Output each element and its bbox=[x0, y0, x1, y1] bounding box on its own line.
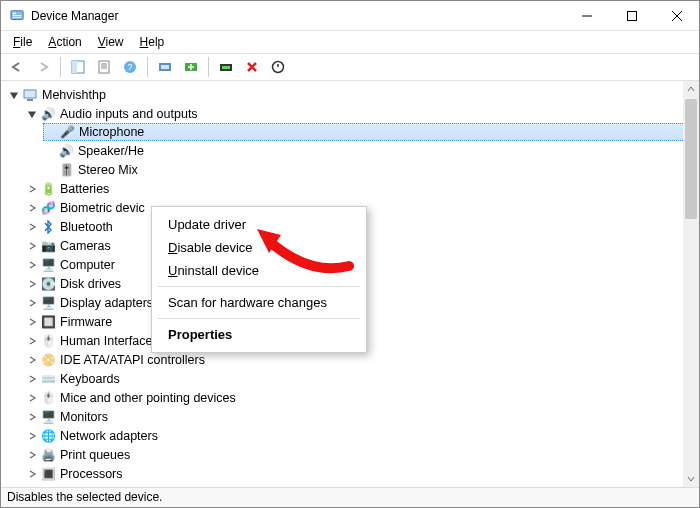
close-button[interactable] bbox=[654, 1, 699, 31]
svg-rect-20 bbox=[222, 66, 230, 69]
tree-node-processors[interactable]: 🔳Processors bbox=[25, 464, 699, 483]
node-label: Processors bbox=[60, 467, 123, 481]
node-label: Keyboards bbox=[60, 372, 120, 386]
app-icon bbox=[9, 8, 25, 24]
tree-node-microphone[interactable]: 🎤 Microphone bbox=[43, 123, 699, 141]
menu-help[interactable]: Help bbox=[132, 33, 173, 51]
expand-icon[interactable] bbox=[25, 410, 39, 424]
menu-view[interactable]: View bbox=[90, 33, 132, 51]
chip-icon: 🔲 bbox=[40, 314, 56, 330]
expand-icon[interactable] bbox=[25, 429, 39, 443]
properties-button[interactable] bbox=[92, 56, 116, 78]
cm-uninstall-device[interactable]: Uninstall device bbox=[152, 259, 366, 282]
expand-icon[interactable] bbox=[25, 334, 39, 348]
expand-icon[interactable] bbox=[25, 258, 39, 272]
node-label: Speaker/He bbox=[78, 144, 144, 158]
expand-icon[interactable] bbox=[25, 467, 39, 481]
maximize-button[interactable] bbox=[609, 1, 654, 31]
tree-panel: Mehvishthp 🔊 Audio inputs and outputs 🎤 … bbox=[1, 81, 699, 487]
cm-disable-device[interactable]: Disable device bbox=[152, 236, 366, 259]
svg-rect-5 bbox=[627, 11, 636, 20]
window-controls bbox=[564, 1, 699, 31]
disable-button[interactable] bbox=[266, 56, 290, 78]
node-label: Mehvishthp bbox=[42, 88, 106, 102]
node-label: Disk drives bbox=[60, 277, 121, 291]
menu-file[interactable]: File bbox=[5, 33, 40, 51]
uninstall-button[interactable] bbox=[240, 56, 264, 78]
expand-icon[interactable] bbox=[25, 372, 39, 386]
display-icon: 🖥️ bbox=[40, 295, 56, 311]
help-button[interactable]: ? bbox=[118, 56, 142, 78]
expand-icon[interactable] bbox=[25, 220, 39, 234]
node-label: Audio inputs and outputs bbox=[60, 107, 198, 121]
node-label: Print queues bbox=[60, 448, 130, 462]
update-driver-button[interactable] bbox=[214, 56, 238, 78]
node-label: Computer bbox=[60, 258, 115, 272]
cm-scan-hardware[interactable]: Scan for hardware changes bbox=[152, 291, 366, 314]
window-title: Device Manager bbox=[31, 9, 118, 23]
scroll-thumb[interactable] bbox=[685, 99, 697, 219]
back-button[interactable] bbox=[5, 56, 29, 78]
status-bar: Disables the selected device. bbox=[1, 487, 699, 507]
toolbar: ? bbox=[1, 53, 699, 81]
spacer bbox=[43, 144, 57, 158]
minimize-button[interactable] bbox=[564, 1, 609, 31]
expand-icon[interactable] bbox=[25, 448, 39, 462]
node-label: Network adapters bbox=[60, 429, 158, 443]
fingerprint-icon: 🧬 bbox=[40, 200, 56, 216]
svg-text:?: ? bbox=[127, 62, 132, 72]
expand-icon[interactable] bbox=[25, 239, 39, 253]
node-label: Cameras bbox=[60, 239, 111, 253]
add-legacy-button[interactable] bbox=[179, 56, 203, 78]
tree-node-speaker[interactable]: 🔊 Speaker/He bbox=[43, 141, 699, 160]
hid-icon: 🖱️ bbox=[40, 333, 56, 349]
collapse-icon[interactable] bbox=[7, 88, 21, 102]
expand-icon[interactable] bbox=[25, 353, 39, 367]
vertical-scrollbar[interactable] bbox=[683, 81, 699, 487]
node-label: Biometric devic bbox=[60, 201, 145, 215]
speaker-icon: 🔊 bbox=[40, 106, 56, 122]
svg-rect-2 bbox=[13, 15, 22, 16]
svg-rect-23 bbox=[27, 99, 33, 101]
svg-rect-9 bbox=[72, 61, 77, 73]
bluetooth-icon bbox=[40, 219, 56, 235]
cm-update-driver[interactable]: Update driver bbox=[152, 213, 366, 236]
node-label: Microphone bbox=[79, 125, 144, 139]
expand-icon[interactable] bbox=[25, 391, 39, 405]
cm-properties[interactable]: Properties bbox=[152, 323, 366, 346]
svg-rect-10 bbox=[99, 61, 109, 73]
disk-icon: 💽 bbox=[40, 276, 56, 292]
scroll-up-button[interactable] bbox=[683, 81, 699, 97]
scroll-down-button[interactable] bbox=[683, 471, 699, 487]
toolbar-separator bbox=[60, 57, 61, 77]
expand-icon[interactable] bbox=[25, 315, 39, 329]
scroll-track[interactable] bbox=[683, 97, 699, 471]
scan-button[interactable] bbox=[153, 56, 177, 78]
tree-node-monitors[interactable]: 🖥️Monitors bbox=[25, 407, 699, 426]
expand-icon[interactable] bbox=[25, 201, 39, 215]
context-menu: Update driver Disable device Uninstall d… bbox=[151, 206, 367, 353]
expand-icon[interactable] bbox=[25, 277, 39, 291]
tree-node-print[interactable]: 🖨️Print queues bbox=[25, 445, 699, 464]
tree-node-stereomix[interactable]: 🎚️ Stereo Mix bbox=[43, 160, 699, 179]
printer-icon: 🖨️ bbox=[40, 447, 56, 463]
node-label: IDE ATA/ATAPI controllers bbox=[60, 353, 205, 367]
tree-root[interactable]: Mehvishthp bbox=[7, 85, 699, 104]
camera-icon: 📷 bbox=[40, 238, 56, 254]
tree-node-keyboards[interactable]: ⌨️Keyboards bbox=[25, 369, 699, 388]
menu-action[interactable]: Action bbox=[40, 33, 89, 51]
context-menu-separator bbox=[158, 318, 360, 319]
forward-button[interactable] bbox=[31, 56, 55, 78]
expand-icon[interactable] bbox=[25, 296, 39, 310]
context-menu-separator bbox=[158, 286, 360, 287]
controller-icon: 📀 bbox=[40, 352, 56, 368]
tree-node-audio[interactable]: 🔊 Audio inputs and outputs bbox=[25, 104, 699, 123]
tree-node-batteries[interactable]: 🔋Batteries bbox=[25, 179, 699, 198]
collapse-icon[interactable] bbox=[25, 107, 39, 121]
keyboard-icon: ⌨️ bbox=[40, 371, 56, 387]
expand-icon[interactable] bbox=[25, 182, 39, 196]
tree-node-mice[interactable]: 🖱️Mice and other pointing devices bbox=[25, 388, 699, 407]
svg-rect-3 bbox=[13, 16, 22, 17]
tree-node-network[interactable]: 🌐Network adapters bbox=[25, 426, 699, 445]
show-hide-tree-button[interactable] bbox=[66, 56, 90, 78]
